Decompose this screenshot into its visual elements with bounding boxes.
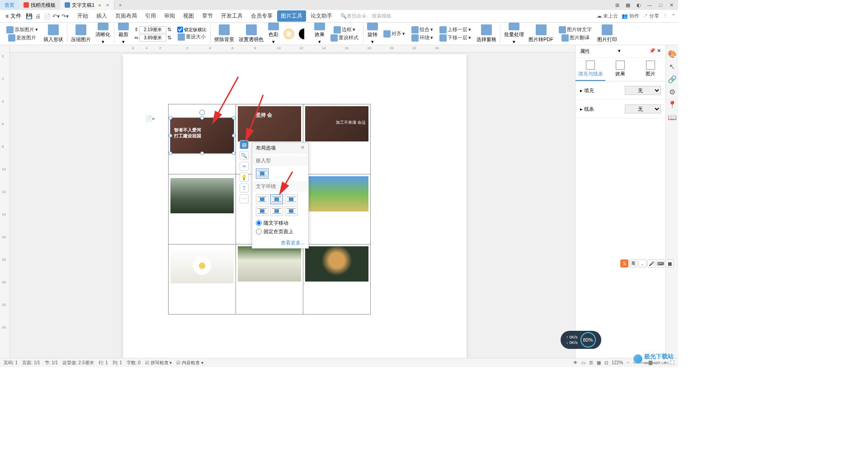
file-menu[interactable]: ≡文件 [3,11,24,21]
tab-sections[interactable]: 章节 [198,10,217,22]
contrast-icon[interactable] [299,28,310,39]
zoom-out[interactable]: − [627,360,629,365]
tab-view[interactable]: 视图 [179,10,198,22]
wrap-front[interactable] [285,206,297,216]
border-button[interactable]: 边框▾ [333,26,356,34]
select-icon[interactable]: ↖ [668,62,676,70]
line-select[interactable]: 无 [625,104,661,113]
resize-handle-br[interactable] [232,151,236,155]
resize-handle-bl[interactable] [169,151,172,155]
view-page-icon[interactable]: ▭ [581,360,585,365]
book-icon[interactable]: 📖 [668,113,676,121]
status-page-num[interactable]: 页码: 1 [4,360,18,366]
tab-close[interactable]: ✕ [106,3,109,8]
fit-icon[interactable]: ⊡ [604,360,608,365]
transparency-icon[interactable] [246,24,257,35]
more-float-icon[interactable]: ⋯ [240,194,249,203]
move-with-text-radio[interactable] [256,220,262,226]
width-input[interactable] [139,34,166,42]
cell-3-2[interactable] [236,244,303,315]
view-outline-icon[interactable]: ☰ [589,360,593,365]
settings-icon[interactable]: ⚙ [668,88,676,96]
resize-handle-b[interactable] [200,151,204,155]
share-button[interactable]: ↗ 分享 [643,13,659,19]
image-4[interactable] [170,178,234,213]
ime-lang[interactable]: 英 [629,259,637,268]
height-input[interactable] [139,26,166,33]
wrap-behind[interactable] [270,206,283,216]
text-icon[interactable]: T [240,183,249,193]
ime-punct-icon[interactable]: ， [638,259,646,268]
resize-handle-tl[interactable] [169,116,172,120]
panel-tab-fill[interactable]: 填充与线条 [576,58,605,81]
view-mode-icon[interactable]: 👁 [573,360,578,365]
tab-developer[interactable]: 开发工具 [217,10,246,22]
to-pdf-icon[interactable] [536,24,547,35]
skin-icon[interactable]: ◐ [634,0,644,9]
image-5[interactable] [305,176,368,212]
crop-float-icon[interactable]: ✂ [240,162,249,171]
ime-more-icon[interactable]: ▦ [665,259,674,268]
batch-icon[interactable] [509,23,519,30]
tab-paper[interactable]: 论文助手 [307,10,336,22]
collapse-ribbon-icon[interactable]: ⌃ [671,13,675,19]
preview-icon[interactable]: 📄 [43,12,51,20]
print-image-icon[interactable] [602,24,613,35]
effect-icon[interactable] [314,23,325,30]
image-3[interactable]: 加工不幸满 命运 [305,106,368,141]
cloud-status[interactable]: ☁ 未上云 [597,13,618,19]
lock-ratio-checkbox[interactable] [177,27,183,33]
add-image-button[interactable]: 添加图片▾ [5,26,39,34]
image-8[interactable] [305,246,368,282]
resize-handle-r[interactable] [232,134,236,137]
tab-review[interactable]: 审阅 [160,10,179,22]
fix-on-page-radio[interactable] [256,229,262,235]
wrap-topbottom[interactable] [256,206,269,216]
cell-3-1[interactable] [169,244,236,315]
fill-select[interactable]: 无 [625,86,661,95]
fill-row[interactable]: ▸ 填充 无 [576,81,665,100]
print-icon[interactable]: 🖨 [34,12,42,20]
move-up-button[interactable]: 上移一层▾ [439,26,472,34]
tab-picture-tools[interactable]: 图片工具 [277,10,306,22]
group-button[interactable]: 组合▾ [410,26,434,34]
cell-2-3[interactable] [303,174,371,244]
cell-2-1[interactable] [169,174,236,244]
status-chars[interactable]: 字数: 0 [127,360,141,366]
nav-icon[interactable]: 🔗 [668,75,676,83]
tab-references[interactable]: 引用 [142,10,160,22]
tab-member[interactable]: 会员专享 [247,10,276,22]
maximize-button[interactable]: □ [656,0,665,9]
location-icon[interactable]: 📍 [668,100,676,108]
brightness-icon[interactable] [283,28,294,39]
insert-shape-icon[interactable] [48,24,59,35]
tab-start[interactable]: 开始 [74,10,92,22]
tab-document[interactable]: 文字文稿1 ● ✕ [60,0,114,10]
close-button[interactable]: ✕ [666,0,676,9]
lock-ratio[interactable]: 锁定纵横比 [177,27,207,33]
tab-insert[interactable]: 插入 [93,10,111,22]
wrap-button[interactable]: 环绕▾ [410,34,434,42]
remove-bg-icon[interactable] [219,24,230,35]
minimize-button[interactable]: — [645,0,655,9]
ime-keyboard-icon[interactable]: ⌨ [656,259,665,268]
status-spellcheck[interactable]: ☑ 拼写检查 ▾ [145,360,172,366]
sharpen-icon[interactable] [98,23,108,30]
status-section[interactable]: 节: 1/1 [45,360,58,366]
page[interactable]: 📄▸ 智者不入爱河打 [123,54,467,358]
grid-icon[interactable]: ▦ [623,0,633,9]
cell-1-3[interactable]: 加工不幸满 命运 [303,104,371,174]
reset-size-button[interactable]: 重设大小 [177,33,207,41]
fix-on-page[interactable]: 固定在页面上 [256,227,305,236]
status-pages[interactable]: 页面: 1/1 [22,360,40,366]
move-down-button[interactable]: 下移一层▾ [439,34,472,42]
zoom-display[interactable]: 122% [612,360,623,365]
translate-button[interactable]: 图片翻译 [561,34,590,42]
align-button[interactable]: 对齐▾ [382,30,406,38]
style-icon[interactable]: 🎨 [668,50,676,58]
rotate-icon[interactable] [367,23,378,30]
panel-close[interactable]: ✕ [657,48,661,53]
undo-icon[interactable]: ↶▾ [52,12,60,20]
document-area[interactable]: 6 4 2 2 4 6 8 10 12 14 16 18 20 22 24 📄▸ [10,45,575,358]
panel-tab-image[interactable]: 图片 [636,58,665,81]
